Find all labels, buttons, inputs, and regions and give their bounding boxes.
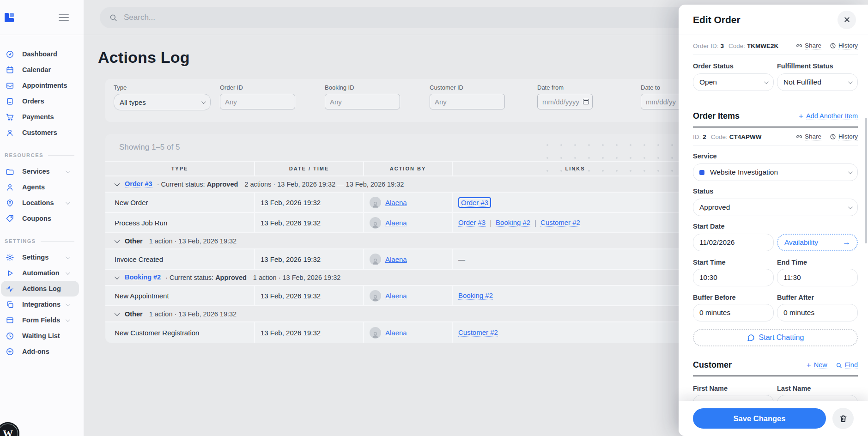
new-customer-link[interactable]: New bbox=[807, 361, 827, 370]
start-date-input[interactable] bbox=[693, 234, 774, 251]
agent-link-alaena[interactable]: Alaena bbox=[385, 292, 407, 300]
type-cell: New Appointment bbox=[105, 286, 255, 305]
type-cell: Invoice Created bbox=[105, 249, 255, 269]
chevron-down-icon bbox=[764, 79, 769, 84]
status-select[interactable]: Approved bbox=[693, 199, 858, 216]
find-customer-link[interactable]: Find bbox=[836, 361, 858, 369]
sidebar-item-appointments[interactable]: Appointments bbox=[1, 78, 79, 93]
sidebar-item-locations[interactable]: Locations bbox=[1, 195, 79, 211]
group-row-booking-2[interactable]: Booking #2· Current status: Approved1 ac… bbox=[105, 270, 698, 286]
action-by-cell: Alaena bbox=[364, 213, 453, 232]
scrollbar-thumb[interactable] bbox=[865, 118, 867, 243]
order-code-value: TKMWE2K bbox=[747, 42, 778, 49]
plus-icon bbox=[799, 112, 803, 121]
group-title: Other bbox=[125, 310, 143, 318]
save-changes-button[interactable]: Save Changes bbox=[693, 408, 826, 429]
menu-toggle-icon[interactable] bbox=[59, 12, 69, 23]
column-header-links: Links bbox=[453, 162, 698, 176]
filter-label: Date from bbox=[537, 84, 593, 91]
sidebar-item-agents[interactable]: Agents bbox=[1, 179, 79, 195]
link-customer-2[interactable]: Customer #2 bbox=[458, 328, 498, 337]
item-code-label: Code: bbox=[711, 133, 728, 140]
agent-link-alaena[interactable]: Alaena bbox=[385, 219, 407, 227]
chevron-down-icon[interactable] bbox=[115, 310, 120, 315]
item-share-link[interactable]: Share bbox=[796, 133, 821, 140]
avatar bbox=[370, 197, 381, 208]
close-button[interactable] bbox=[838, 11, 856, 29]
order-id-label: Order ID: bbox=[693, 42, 719, 49]
link-order-3[interactable]: Order #3 bbox=[461, 199, 488, 207]
search-input[interactable] bbox=[124, 13, 686, 22]
agent-link-alaena[interactable]: Alaena bbox=[385, 199, 407, 206]
sidebar-item-services[interactable]: Services bbox=[1, 164, 79, 179]
order-status-select[interactable]: Open bbox=[693, 73, 774, 91]
group-row-other[interactable]: Other1 action · 13 Feb, 2026 19:32 bbox=[105, 306, 698, 322]
wordpress-logo[interactable]: W bbox=[0, 422, 19, 436]
chevron-down-icon[interactable] bbox=[115, 237, 120, 242]
group-row-other[interactable]: Other1 action · 13 Feb, 2026 19:32 bbox=[105, 233, 698, 249]
filter-booking-id-input[interactable] bbox=[325, 94, 400, 109]
availability-button[interactable]: Availability→ bbox=[777, 234, 858, 251]
sidebar-item-dashboard[interactable]: Dashboard bbox=[1, 46, 79, 62]
agent-link-alaena[interactable]: Alaena bbox=[385, 255, 407, 263]
clock-icon bbox=[830, 133, 836, 140]
type-cell: New Customer Registration bbox=[105, 322, 255, 343]
group-link-booking-2[interactable]: Booking #2 bbox=[125, 273, 161, 281]
start-chatting-button[interactable]: Start Chatting bbox=[693, 329, 858, 346]
calendar-icon bbox=[6, 66, 14, 74]
section-divider bbox=[693, 375, 858, 376]
sidebar-item-orders[interactable]: Orders bbox=[1, 93, 79, 109]
chevron-down-icon bbox=[66, 270, 70, 275]
sidebar-item-customers[interactable]: Customers bbox=[1, 125, 79, 140]
drawer-header: Edit Order bbox=[679, 5, 868, 35]
sidebar: DashboardCalendarAppointmentsOrdersPayme… bbox=[0, 0, 84, 436]
sidebar-item-payments[interactable]: Payments bbox=[1, 109, 79, 125]
link-order-3[interactable]: Order #3 bbox=[458, 218, 486, 227]
sidebar-item-integrations[interactable]: Integrations bbox=[1, 297, 79, 312]
buffer-before-input[interactable] bbox=[693, 304, 774, 321]
calendar-icon[interactable] bbox=[583, 99, 589, 104]
person-icon bbox=[371, 294, 379, 302]
agent-link-alaena[interactable]: Alaena bbox=[385, 329, 407, 337]
sidebar-item-form-fields[interactable]: Form Fields bbox=[1, 312, 79, 328]
group-row-order-3[interactable]: Order #3· Current status: Approved2 acti… bbox=[105, 176, 698, 193]
chevron-down-icon[interactable] bbox=[115, 274, 120, 279]
person-icon bbox=[371, 257, 379, 265]
sidebar-item-calendar[interactable]: Calendar bbox=[1, 62, 79, 78]
sidebar-item-actions-log[interactable]: Actions Log bbox=[1, 281, 79, 297]
drawer-title: Edit Order bbox=[693, 14, 741, 25]
sidebar-item-add-ons[interactable]: Add-ons bbox=[1, 344, 79, 359]
service-select[interactable]: Website Investigation bbox=[693, 164, 858, 181]
add-ons-icon bbox=[6, 347, 14, 356]
sidebar-item-settings[interactable]: Settings bbox=[1, 249, 79, 265]
sidebar-item-automation[interactable]: Automation bbox=[1, 265, 79, 281]
item-history-link[interactable]: History bbox=[830, 133, 858, 140]
delete-order-button[interactable] bbox=[832, 408, 854, 429]
service-color-swatch bbox=[699, 170, 704, 175]
link-booking-2[interactable]: Booking #2 bbox=[458, 291, 493, 300]
filter-label: Order ID bbox=[220, 84, 295, 91]
buffer-after-input[interactable] bbox=[777, 304, 858, 321]
item-code-value: CT4APWW bbox=[729, 133, 762, 140]
share-link[interactable]: Share bbox=[796, 42, 821, 49]
group-link-order-3[interactable]: Order #3 bbox=[125, 180, 152, 188]
start-time-input[interactable] bbox=[693, 269, 774, 286]
sidebar-item-label: Integrations bbox=[22, 301, 61, 308]
end-time-input[interactable] bbox=[777, 269, 858, 286]
search-bar[interactable] bbox=[100, 7, 696, 28]
chevron-down-icon bbox=[66, 169, 70, 173]
link-booking-2[interactable]: Booking #2 bbox=[496, 218, 530, 227]
filter-customer-id: Customer ID bbox=[430, 84, 505, 122]
filter-type-select[interactable]: All types bbox=[114, 94, 211, 110]
filter-order-id-input[interactable] bbox=[220, 94, 295, 109]
history-link[interactable]: History bbox=[830, 42, 858, 49]
avatar bbox=[370, 254, 381, 265]
sidebar-item-waiting-list[interactable]: Waiting List bbox=[1, 328, 79, 344]
sidebar-item-coupons[interactable]: Coupons bbox=[1, 211, 79, 226]
sidebar-header bbox=[0, 0, 84, 35]
chevron-down-icon[interactable] bbox=[115, 181, 120, 186]
link-customer-2[interactable]: Customer #2 bbox=[540, 218, 580, 227]
add-another-item-link[interactable]: Add Another Item bbox=[799, 112, 858, 121]
fulfillment-status-select[interactable]: Not Fulfilled bbox=[777, 73, 858, 91]
filter-customer-id-input[interactable] bbox=[430, 94, 505, 109]
